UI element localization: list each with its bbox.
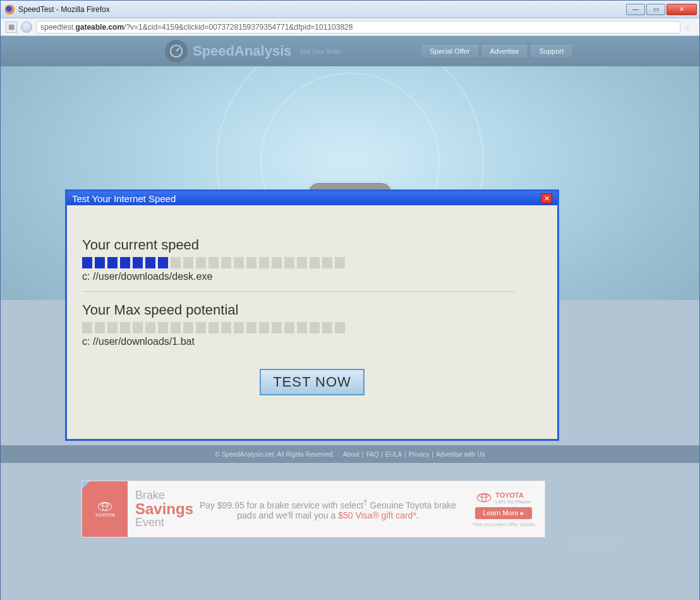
progress-segment xyxy=(208,257,219,268)
site-header: SpeedAnalysis test your limits Special O… xyxy=(1,36,699,66)
svg-point-6 xyxy=(480,495,488,498)
progress-segment xyxy=(272,322,282,333)
progress-segment xyxy=(107,322,118,333)
progress-segment xyxy=(133,257,143,268)
max-speed-heading: Your Max speed potential xyxy=(82,302,542,318)
progress-segment xyxy=(158,322,168,333)
ad-fineprint: *See Important Offer Details xyxy=(472,522,535,527)
progress-segment xyxy=(259,257,269,268)
nav-support[interactable]: Support xyxy=(529,44,573,59)
progress-segment xyxy=(107,257,118,268)
url-path: /?v=1&cid=4159&clickid=00737281593793547… xyxy=(124,23,353,32)
site-footer: © SpeedAnalysis.net. All Rights Reserved… xyxy=(1,445,699,463)
ad-right-brand: TOYOTALet's Go Places xyxy=(476,491,531,505)
progress-segment xyxy=(196,257,206,268)
url-domain: gateable.com xyxy=(75,23,124,32)
progress-segment xyxy=(145,322,155,333)
max-speed-path: c: //user/downloads/1.bat xyxy=(82,336,542,347)
current-speed-heading: Your current speed xyxy=(82,237,542,253)
bookmark-star-icon[interactable]: ☆ xyxy=(684,22,694,32)
modal-titlebar: Test Your Internet Speed ✕ xyxy=(67,191,557,205)
ad-learn-more-button[interactable]: Learn More ▸ xyxy=(475,507,531,519)
ad-headline: Brake Savings Event xyxy=(135,489,193,529)
progress-segment xyxy=(82,322,92,333)
ad-banner[interactable]: TOYOTA Brake Savings Event Pay $99.95 fo… xyxy=(81,481,545,537)
footer-advertise[interactable]: Advertise with Us xyxy=(436,451,485,458)
progress-segment xyxy=(183,257,193,268)
progress-segment xyxy=(234,257,244,268)
modal-title-text: Test Your Internet Speed xyxy=(72,193,176,204)
progress-segment xyxy=(322,257,332,268)
brand-name: SpeedAnalysis xyxy=(193,43,292,59)
progress-segment xyxy=(272,257,282,268)
progress-segment xyxy=(82,257,92,268)
brand-tagline: test your limits xyxy=(301,48,341,55)
progress-segment xyxy=(310,257,320,268)
footer-faq[interactable]: FAQ xyxy=(366,451,378,458)
footer-copyright: © SpeedAnalysis.net. All Rights Reserved… xyxy=(215,451,335,458)
progress-segment xyxy=(208,322,219,333)
progress-segment xyxy=(145,257,155,268)
toyota-logo-icon xyxy=(97,501,112,512)
browser-window: SpeedTest - Mozilla Firefox — ▭ ✕ ▦ spee… xyxy=(0,0,700,600)
progress-segment xyxy=(335,322,345,333)
nav-special-offer[interactable]: Special Offer xyxy=(420,44,479,59)
nav-advertise[interactable]: Advertise xyxy=(481,44,529,59)
progress-segment xyxy=(221,257,231,268)
svg-point-1 xyxy=(98,502,112,510)
progress-segment xyxy=(284,257,294,268)
progress-segment xyxy=(234,322,244,333)
progress-segment xyxy=(183,322,193,333)
modal-close-button[interactable]: ✕ xyxy=(541,193,552,203)
progress-segment xyxy=(133,322,143,333)
progress-segment xyxy=(335,257,345,268)
url-prefix: speedtest. xyxy=(40,23,75,32)
test-now-button[interactable]: TEST NOW xyxy=(260,369,365,395)
adchoices-icon[interactable] xyxy=(82,481,90,489)
divider xyxy=(82,291,516,292)
window-titlebar: SpeedTest - Mozilla Firefox — ▭ ✕ xyxy=(1,1,699,18)
window-title: SpeedTest - Mozilla Firefox xyxy=(18,5,626,14)
progress-segment xyxy=(196,322,206,333)
current-speed-path: c: //user/downloads/desk.exe xyxy=(82,271,542,282)
close-window-button[interactable]: ✕ xyxy=(667,4,697,15)
svg-point-3 xyxy=(100,503,109,506)
progress-segment xyxy=(297,322,307,333)
progress-segment xyxy=(322,322,332,333)
current-speed-progress xyxy=(82,257,542,268)
progress-segment xyxy=(171,257,181,268)
ads-disclaimer: Ads not by this site xyxy=(567,540,620,547)
progress-segment xyxy=(246,322,256,333)
url-input[interactable]: speedtest.gateable.com/?v=1&cid=4159&cli… xyxy=(36,21,680,33)
progress-segment xyxy=(221,322,231,333)
address-bar: ▦ speedtest.gateable.com/?v=1&cid=4159&c… xyxy=(1,18,699,36)
footer-privacy[interactable]: Privacy xyxy=(409,451,430,458)
progress-segment xyxy=(171,322,181,333)
progress-segment xyxy=(95,257,105,268)
progress-segment xyxy=(95,322,105,333)
page-viewport: SpeedAnalysis test your limits Special O… xyxy=(1,36,699,600)
maximize-button[interactable]: ▭ xyxy=(646,4,665,15)
progress-segment xyxy=(259,322,269,333)
progress-segment xyxy=(297,257,307,268)
ad-left-brand: TOYOTA xyxy=(82,481,128,537)
max-speed-progress xyxy=(82,322,542,333)
progress-segment xyxy=(246,257,256,268)
firefox-icon xyxy=(4,4,15,15)
speedanalysis-logo-icon xyxy=(165,40,188,63)
site-identity-icon[interactable] xyxy=(21,21,32,33)
footer-eula[interactable]: EULA xyxy=(385,451,402,458)
progress-segment xyxy=(310,322,320,333)
progress-segment xyxy=(120,322,130,333)
footer-about[interactable]: About xyxy=(343,451,359,458)
progress-segment xyxy=(158,257,168,268)
ad-copy: Pay $99.95 for a brake service with sele… xyxy=(193,498,462,520)
tab-icon[interactable]: ▦ xyxy=(6,21,17,33)
speedtest-modal: Test Your Internet Speed ✕ Your current … xyxy=(65,189,559,441)
svg-point-2 xyxy=(102,502,107,510)
minimize-button[interactable]: — xyxy=(626,4,645,15)
progress-segment xyxy=(120,257,130,268)
progress-segment xyxy=(284,322,294,333)
